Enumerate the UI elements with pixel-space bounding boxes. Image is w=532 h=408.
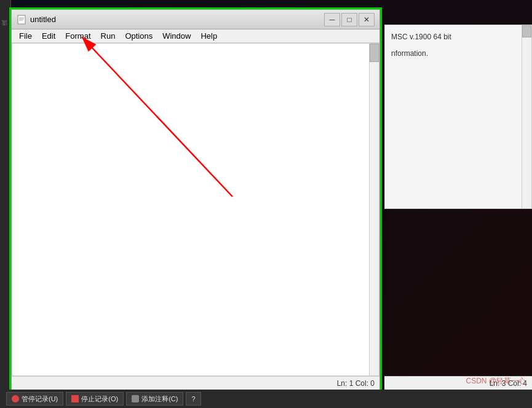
menu-options[interactable]: Options — [120, 29, 157, 42]
right-panel-scrollbar[interactable] — [522, 25, 531, 208]
scrollbar-right[interactable] — [369, 44, 379, 375]
minimize-button[interactable]: ─ — [324, 13, 340, 26]
right-scrollbar-thumb[interactable] — [522, 25, 531, 37]
stop-icon — [71, 395, 79, 402]
scrollbar-thumb[interactable] — [370, 44, 379, 62]
close-button[interactable]: ✕ — [359, 13, 375, 26]
window-controls: ─ □ ✕ — [324, 13, 375, 26]
watermark: CSDN @轻草一心 — [466, 376, 526, 386]
window-title: untitled — [30, 15, 324, 24]
taskbar-comment-button[interactable]: 添加注释(C) — [126, 392, 183, 406]
menu-edit[interactable]: Edit — [37, 29, 60, 42]
maximize-button[interactable]: □ — [341, 13, 357, 26]
notepad-window: untitled ─ □ ✕ File Edit Format Run Opti… — [11, 9, 380, 390]
right-panel: MSC v.1900 64 bit nformation. — [384, 25, 532, 209]
record-icon — [12, 395, 19, 402]
status-bar: Ln: 1 Col: 0 — [12, 376, 379, 390]
menu-format[interactable]: Format — [60, 29, 95, 42]
right-line2: nformation. — [391, 48, 525, 60]
taskbar-help-button[interactable]: ? — [186, 392, 200, 406]
taskbar-btn3-label: 添加注释(C) — [141, 394, 178, 404]
watermark-text: CSDN @轻草一心 — [466, 377, 526, 385]
menu-window[interactable]: Window — [157, 29, 196, 42]
text-area-container — [12, 43, 379, 376]
taskbar-btn4-label: ? — [191, 395, 195, 402]
menu-help[interactable]: Help — [196, 29, 222, 42]
menu-file[interactable]: File — [14, 29, 37, 42]
title-bar: untitled ─ □ ✕ — [12, 10, 379, 29]
comment-icon — [132, 395, 139, 402]
right-line1: MSC v.1900 64 bit — [391, 31, 525, 43]
menu-bar: File Edit Format Run Options Window Help — [12, 29, 379, 43]
left-sidebar: 流 — [0, 0, 11, 408]
right-panel-content: MSC v.1900 64 bit nformation. — [391, 31, 525, 60]
taskbar-stop-button[interactable]: 停止记录(O) — [66, 392, 124, 406]
app-icon — [17, 15, 26, 25]
scrollbar-track — [370, 44, 379, 375]
taskbar-btn2-label: 停止记录(O) — [81, 394, 118, 404]
cursor-position: Ln: 1 Col: 0 — [337, 379, 375, 388]
editor-textarea[interactable] — [12, 44, 379, 375]
svg-rect-0 — [18, 15, 25, 24]
taskbar: 管停记录(U) 停止记录(O) 添加注释(C) ? — [0, 390, 532, 408]
taskbar-record-button[interactable]: 管停记录(U) — [6, 392, 63, 406]
menu-run[interactable]: Run — [96, 29, 121, 42]
taskbar-btn1-label: 管停记录(U) — [22, 394, 58, 404]
